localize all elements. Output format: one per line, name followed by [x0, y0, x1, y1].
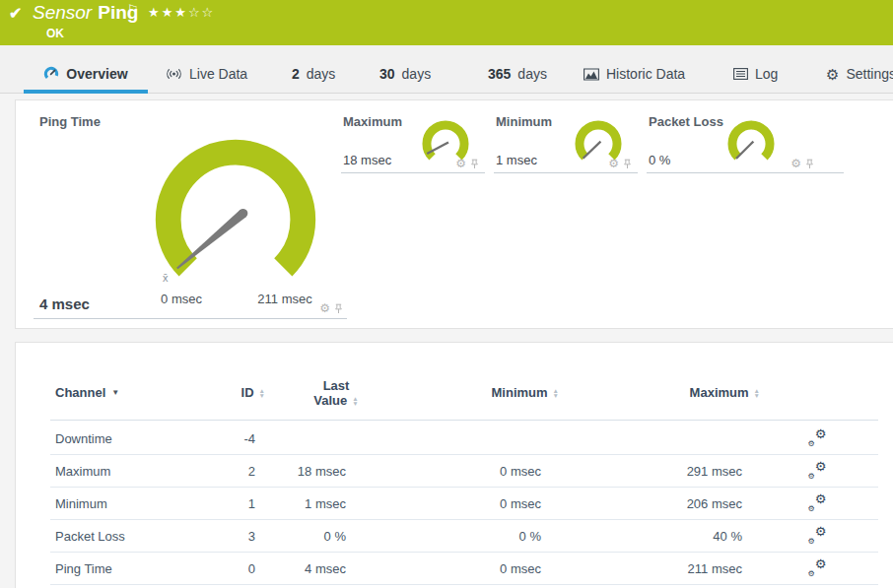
average-marker: x̄ [163, 272, 169, 284]
sort-arrows-icon: ▲▼ [754, 388, 760, 398]
status-check-icon: ✔ [9, 4, 22, 23]
status-badge: OK [46, 27, 64, 40]
header-label: Channel [55, 385, 105, 400]
tab-label: days [307, 66, 336, 82]
channels-table-panel: Channel ▼ ID ▲▼ Last Value ▲▼ Minimum ▲▼… [15, 342, 893, 588]
cell-channel: Maximum [50, 464, 201, 479]
cell-channel: Ping Time [50, 561, 201, 576]
ping-time-gauge-card: Ping Time x̄ 0 msec 211 msec 4 msec ⚙ [34, 108, 347, 319]
cell-maximum: 40 % [541, 529, 742, 544]
channel-settings-icon[interactable]: ⚙⚙ [808, 528, 827, 545]
column-header-minimum[interactable]: Minimum ▲▼ [460, 385, 559, 400]
header-label: Maximum [690, 385, 749, 400]
gear-icon[interactable]: ⚙ [790, 158, 801, 169]
channel-settings-icon[interactable]: ⚙⚙ [808, 463, 827, 480]
gauge-current-value: 4 msec [39, 295, 90, 312]
gauge-min-label: 0 msec [152, 292, 211, 306]
ping-time-gauge [138, 122, 333, 317]
channel-settings-icon[interactable]: ⚙⚙ [808, 495, 827, 512]
tab-2-days[interactable]: 2 days [292, 55, 335, 93]
tab-number: 365 [488, 66, 511, 82]
cell-last-value: 1 msec [255, 496, 346, 511]
tab-bar: Overview Live Data 2 days 30 days 365 da… [0, 45, 893, 94]
tab-number: 30 [379, 66, 395, 82]
gauges-panel: Ping Time x̄ 0 msec 211 msec 4 msec ⚙ Ma… [15, 99, 893, 329]
header-label: ID [241, 385, 254, 400]
column-header-maximum[interactable]: Maximum ▲▼ [661, 385, 760, 400]
gear-icon[interactable]: ⚙ [608, 158, 619, 169]
channel-settings-icon[interactable]: ⚙⚙ [808, 430, 827, 447]
cell-channel: Downtime [50, 431, 201, 446]
gear-icon[interactable]: ⚙ [455, 158, 466, 169]
gear-icon: ⚙ [826, 67, 839, 82]
card-actions: ⚙ [608, 158, 632, 169]
packet-loss-gauge [723, 116, 779, 171]
active-tab-underline [24, 90, 148, 94]
cell-last-value: 0 % [255, 529, 346, 544]
table-row-ping-time[interactable]: Ping Time 0 4 msec 0 msec 211 msec ⚙⚙ [50, 553, 878, 585]
priority-stars[interactable]: ★★★☆☆ [148, 5, 215, 20]
gear-icon[interactable]: ⚙ [319, 302, 330, 314]
header-label: Last [323, 378, 350, 393]
tab-label: Historic Data [606, 66, 685, 82]
cell-channel: Minimum [50, 496, 201, 511]
tab-log[interactable]: Log [733, 55, 778, 93]
tab-365-days[interactable]: 365 days [488, 55, 547, 93]
tab-overview[interactable]: Overview [24, 55, 148, 93]
sort-caret-icon: ▼ [111, 388, 119, 397]
cell-minimum: 0 % [346, 529, 541, 544]
channel-rows: Downtime -4 ⚙⚙ Maximum 2 18 msec 0 msec … [50, 423, 878, 585]
column-header-last-value[interactable]: Last Value ▲▼ [297, 378, 376, 408]
sort-arrows-icon: ▲▼ [553, 388, 559, 398]
column-header-channel[interactable]: Channel ▼ [55, 385, 119, 400]
tab-label: Settings [846, 66, 893, 82]
pin-icon[interactable] [334, 303, 343, 314]
cell-maximum: 211 msec [541, 561, 742, 576]
log-icon [733, 68, 748, 80]
tab-label: days [517, 66, 547, 82]
tab-live-data[interactable]: Live Data [166, 55, 247, 93]
gauge-current-value: 18 msec [343, 153, 391, 167]
pin-icon[interactable] [470, 159, 479, 169]
tab-label: Log [755, 66, 778, 82]
tab-settings[interactable]: ⚙ Settings [826, 55, 893, 93]
cell-channel: Packet Loss [50, 529, 201, 544]
cell-maximum: 291 msec [541, 464, 742, 479]
cell-last-value: 4 msec [255, 561, 346, 576]
header-label: Minimum [492, 385, 548, 400]
table-row-minimum[interactable]: Minimum 1 1 msec 0 msec 206 msec ⚙⚙ [50, 488, 878, 520]
tab-historic-data[interactable]: Historic Data [584, 55, 685, 93]
table-row-packet-loss[interactable]: Packet Loss 3 0 % 0 % 40 % ⚙⚙ [50, 520, 878, 553]
table-row-downtime[interactable]: Downtime -4 ⚙⚙ [50, 423, 878, 455]
area-chart-icon [584, 68, 599, 81]
column-header-id[interactable]: ID ▲▼ [193, 385, 265, 400]
cell-id: 2 [201, 464, 255, 479]
gauge-title: Ping Time [39, 114, 101, 129]
flag-icon[interactable]: ⚐ [127, 2, 139, 17]
sort-arrows-icon: ▲▼ [259, 388, 265, 398]
sort-arrows-icon: ▲▼ [352, 396, 358, 406]
cell-minimum: 0 msec [346, 464, 541, 479]
sensor-status-header: ✔ SensorPing ⚐ ★★★☆☆ OK [0, 0, 893, 45]
prtg-sensor-page: ✔ SensorPing ⚐ ★★★☆☆ OK Overview Live Da… [0, 0, 893, 588]
pin-icon[interactable] [805, 159, 814, 169]
gauge-title: Packet Loss [649, 114, 723, 129]
cell-id: -4 [201, 431, 255, 446]
page-title: SensorPing [33, 2, 138, 24]
gauge-title: Minimum [496, 114, 552, 129]
tab-number: 2 [292, 66, 300, 82]
pin-icon[interactable] [623, 159, 632, 169]
minimum-gauge-card: Minimum 1 msec ⚙ [494, 108, 638, 173]
cell-id: 0 [201, 561, 255, 576]
gauge-current-value: 1 msec [496, 153, 537, 167]
tab-label: Overview [66, 66, 127, 82]
gauge-title: Maximum [343, 114, 402, 129]
tab-30-days[interactable]: 30 days [379, 55, 431, 93]
cell-id: 3 [201, 529, 255, 544]
channel-settings-icon[interactable]: ⚙⚙ [808, 560, 827, 577]
cell-id: 1 [201, 496, 255, 511]
cell-minimum: 0 msec [346, 561, 541, 576]
table-row-maximum[interactable]: Maximum 2 18 msec 0 msec 291 msec ⚙⚙ [50, 455, 878, 488]
card-actions: ⚙ [790, 158, 814, 169]
packet-loss-gauge-card: Packet Loss 0 % ⚙ [647, 108, 844, 173]
